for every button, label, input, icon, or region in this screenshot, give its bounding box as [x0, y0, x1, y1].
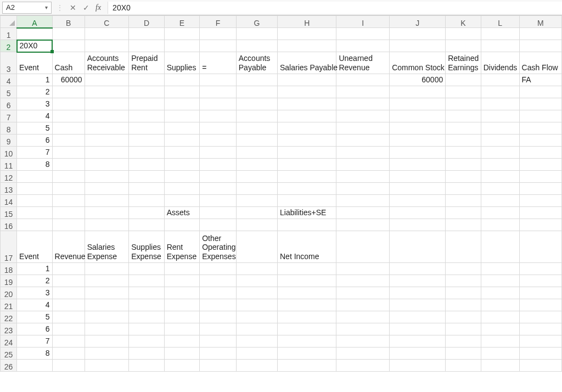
cell-A3[interactable]: Event: [17, 52, 52, 74]
cell-H3[interactable]: Salaries Payable: [277, 52, 336, 74]
cell-L16[interactable]: [481, 219, 519, 231]
spreadsheet-area[interactable]: ABCDEFGHIJKLM1220X03EventCashAccounts Re…: [0, 15, 562, 372]
cell-G4[interactable]: [236, 74, 277, 86]
cell-I5[interactable]: [336, 86, 390, 98]
cell-D17[interactable]: Supplies Expense: [129, 231, 164, 263]
row-header-4[interactable]: 4: [1, 74, 17, 86]
cell-I24[interactable]: [336, 335, 390, 348]
column-header-K[interactable]: K: [446, 16, 481, 28]
name-box[interactable]: A2 ▾: [2, 2, 52, 14]
column-header-D[interactable]: D: [129, 16, 164, 28]
cell-M8[interactable]: [519, 122, 561, 135]
cell-M26[interactable]: [519, 360, 561, 372]
cell-C25[interactable]: [85, 348, 129, 360]
cell-J23[interactable]: [390, 323, 446, 335]
cell-C14[interactable]: [85, 195, 129, 207]
cell-G3[interactable]: Accounts Payable: [236, 52, 277, 74]
cell-F7[interactable]: [200, 110, 237, 122]
column-header-A[interactable]: A: [17, 16, 52, 28]
cell-K13[interactable]: [446, 183, 481, 195]
cell-J19[interactable]: [390, 275, 446, 287]
cell-B17[interactable]: Revenue: [52, 231, 85, 263]
row-header-11[interactable]: 11: [1, 159, 17, 171]
cell-B21[interactable]: [52, 299, 85, 311]
cell-K9[interactable]: [446, 135, 481, 147]
cell-L23[interactable]: [481, 323, 519, 335]
cell-G18[interactable]: [236, 263, 277, 275]
cell-B14[interactable]: [52, 195, 85, 207]
cell-M4[interactable]: FA: [519, 74, 561, 86]
cell-L8[interactable]: [481, 122, 519, 135]
cell-C12[interactable]: [85, 171, 129, 183]
cell-M16[interactable]: [519, 219, 561, 231]
cell-K3[interactable]: Retained Earnings: [446, 52, 481, 74]
cell-B13[interactable]: [52, 183, 85, 195]
cell-H10[interactable]: [277, 147, 336, 159]
row-header-5[interactable]: 5: [1, 86, 17, 98]
cell-H12[interactable]: [277, 171, 336, 183]
cell-E7[interactable]: [164, 110, 199, 122]
cell-J7[interactable]: [390, 110, 446, 122]
cell-E20[interactable]: [164, 287, 199, 299]
cell-M13[interactable]: [519, 183, 561, 195]
cell-L9[interactable]: [481, 135, 519, 147]
cell-A5[interactable]: 2: [17, 86, 52, 98]
cell-F4[interactable]: [200, 74, 237, 86]
cell-F11[interactable]: [200, 159, 237, 171]
cell-G12[interactable]: [236, 171, 277, 183]
cell-G15[interactable]: [236, 207, 277, 219]
cell-I25[interactable]: [336, 348, 390, 360]
cell-A26[interactable]: [17, 360, 52, 372]
cell-A14[interactable]: [17, 195, 52, 207]
cell-D22[interactable]: [129, 311, 164, 323]
row-header-12[interactable]: 12: [1, 171, 17, 183]
cell-B7[interactable]: [52, 110, 85, 122]
cell-B10[interactable]: [52, 147, 85, 159]
cell-H18[interactable]: [277, 263, 336, 275]
cell-E16[interactable]: [164, 219, 199, 231]
cell-K17[interactable]: [446, 231, 481, 263]
row-header-8[interactable]: 8: [1, 122, 17, 135]
cell-M18[interactable]: [519, 263, 561, 275]
cell-J14[interactable]: [390, 195, 446, 207]
cell-G21[interactable]: [236, 299, 277, 311]
cell-M21[interactable]: [519, 299, 561, 311]
cell-I12[interactable]: [336, 171, 390, 183]
cell-J24[interactable]: [390, 335, 446, 348]
cell-I9[interactable]: [336, 135, 390, 147]
cell-I21[interactable]: [336, 299, 390, 311]
cell-B25[interactable]: [52, 348, 85, 360]
cell-A13[interactable]: [17, 183, 52, 195]
cell-L22[interactable]: [481, 311, 519, 323]
cell-B23[interactable]: [52, 323, 85, 335]
cell-D4[interactable]: [129, 74, 164, 86]
cell-F17[interactable]: Other Operating Expenses: [200, 231, 237, 263]
cell-B1[interactable]: [52, 28, 85, 40]
cell-A19[interactable]: 2: [17, 275, 52, 287]
column-header-M[interactable]: M: [519, 16, 561, 28]
cell-F5[interactable]: [200, 86, 237, 98]
cell-A17[interactable]: Event: [17, 231, 52, 263]
cell-D26[interactable]: [129, 360, 164, 372]
cell-C13[interactable]: [85, 183, 129, 195]
cell-K20[interactable]: [446, 287, 481, 299]
cell-D19[interactable]: [129, 275, 164, 287]
cell-I20[interactable]: [336, 287, 390, 299]
cell-H8[interactable]: [277, 122, 336, 135]
cell-J5[interactable]: [390, 86, 446, 98]
cell-M1[interactable]: [519, 28, 561, 40]
cell-C17[interactable]: Salaries Expense: [85, 231, 129, 263]
cell-H6[interactable]: [277, 98, 336, 110]
cell-C10[interactable]: [85, 147, 129, 159]
cell-B3[interactable]: Cash: [52, 52, 85, 74]
cell-L13[interactable]: [481, 183, 519, 195]
cell-G5[interactable]: [236, 86, 277, 98]
cell-E12[interactable]: [164, 171, 199, 183]
cell-E10[interactable]: [164, 147, 199, 159]
cell-M11[interactable]: [519, 159, 561, 171]
cell-L3[interactable]: Dividends: [481, 52, 519, 74]
cell-B19[interactable]: [52, 275, 85, 287]
cell-F21[interactable]: [200, 299, 237, 311]
cell-K2[interactable]: [446, 40, 481, 52]
row-header-20[interactable]: 20: [1, 287, 17, 299]
